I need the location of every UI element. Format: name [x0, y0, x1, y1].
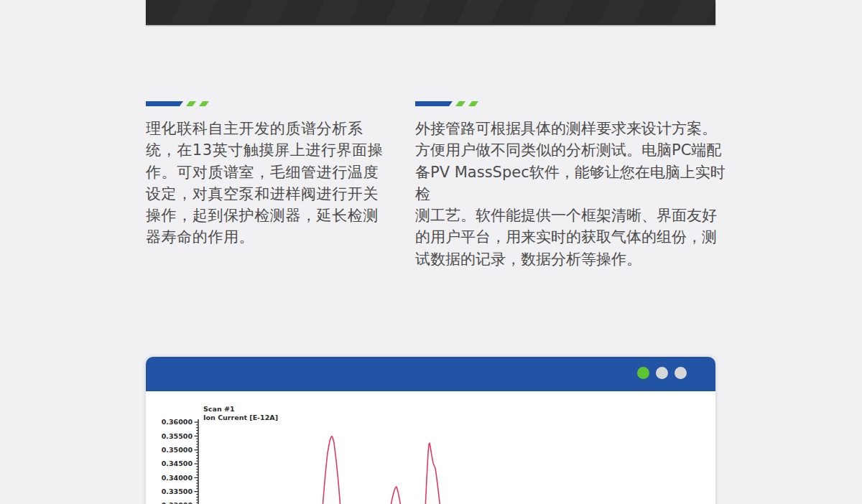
y-tick-label: 0.33500 — [162, 487, 193, 495]
accent-bar-blue — [415, 101, 453, 106]
window-button-gray-1[interactable] — [656, 367, 668, 379]
accent-dash-green-1 — [455, 101, 465, 106]
y-tick-label: 0.36000 — [162, 418, 193, 426]
accent-bar-blue — [146, 101, 183, 106]
feature-text-software: 外接管路可根据具体的测样要求来设计方案。 方便用户做不同类似的分析测试。电脑PC… — [415, 118, 731, 270]
y-tick-label: 0.34000 — [162, 474, 193, 482]
accent-dash-green-2 — [199, 101, 209, 106]
accent-dash-green-1 — [186, 101, 196, 106]
feature-text-touchscreen: 理化联科自主开发的质谱分析系 统，在13英寸触摸屏上进行界面操 作。可对质谱室，… — [146, 118, 390, 248]
y-tick-label: 0.34500 — [162, 459, 193, 467]
software-window-mockup: 0.360000.355000.350000.345000.340000.335… — [146, 357, 715, 504]
ion-current-trace — [390, 487, 402, 504]
chart-title: Scan #1 — [203, 405, 235, 413]
ion-current-chart: 0.360000.355000.350000.345000.340000.335… — [146, 391, 715, 504]
accent-divider-right — [415, 101, 478, 106]
accent-divider-left — [146, 101, 209, 106]
ion-current-trace — [425, 443, 440, 504]
chart-ylabel: Ion Current [E-12A] — [203, 414, 278, 421]
window-titlebar — [146, 357, 715, 391]
y-tick-label: 0.33000 — [162, 501, 193, 504]
ion-current-trace — [323, 437, 340, 504]
y-tick-label: 0.35000 — [162, 446, 193, 454]
y-tick-label: 0.35500 — [162, 432, 193, 440]
accent-dash-green-2 — [468, 101, 478, 106]
window-control-buttons — [637, 367, 687, 379]
window-button-green[interactable] — [637, 367, 649, 379]
hero-image-bottom-strip — [146, 0, 715, 25]
window-button-gray-2[interactable] — [675, 367, 687, 379]
